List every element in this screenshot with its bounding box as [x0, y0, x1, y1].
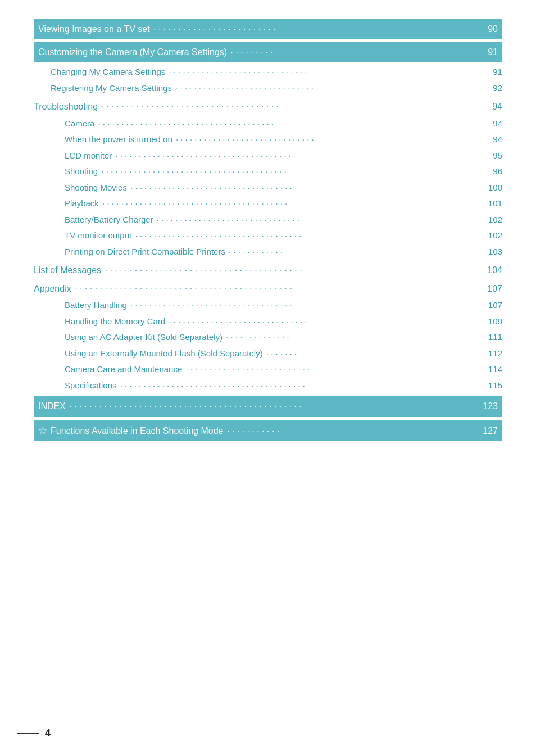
dots: · · · · · · · · · · · · · ·	[224, 330, 487, 345]
page-num: 114	[488, 362, 502, 377]
page-num: 127	[483, 423, 498, 438]
toc-entry-shooting-movies[interactable]: Shooting Movies · · · · · · · · · · · · …	[34, 180, 502, 196]
section-appendix: Appendix · · · · · · · · · · · · · · · ·…	[34, 281, 502, 393]
toc-entry-playback[interactable]: Playback · · · · · · · · · · · · · · · ·…	[34, 196, 502, 211]
dots: · · · · · · · · · · · · · · · · · · · · …	[102, 262, 486, 278]
footer-page-number: 4	[45, 727, 51, 739]
toc-entry-battery-charger[interactable]: Battery/Battery Charger · · · · · · · · …	[34, 212, 502, 228]
entry-text: TV monitor output	[65, 228, 131, 243]
toc-entry-customizing-camera[interactable]: Customizing the Camera (My Camera Settin…	[34, 42, 502, 62]
dots: · · · · · · · · · · · · · · · · · · · · …	[183, 362, 487, 377]
toc-entry-camera-care[interactable]: Camera Care and Maintenance · · · · · · …	[34, 361, 502, 377]
dots: · · · · · · · · · · · · · · · · · · · · …	[96, 116, 492, 131]
entry-text: Camera Care and Maintenance	[65, 362, 182, 377]
entry-text: Battery Handling	[65, 298, 127, 313]
page-num: 94	[493, 116, 502, 131]
entry-text: Printing on Direct Print Compatible Prin…	[65, 245, 225, 259]
page-num: 123	[483, 399, 498, 414]
page-num: 103	[488, 245, 502, 259]
entry-text: Using an Externally Mounted Flash (Sold …	[65, 346, 263, 361]
dots: · · · · · · · · · · · ·	[226, 245, 487, 259]
entry-text: List of Messages	[34, 262, 101, 278]
page-num: 91	[488, 44, 498, 60]
page-num: 107	[488, 298, 502, 313]
dots: · · · · · · · · · · ·	[224, 423, 482, 438]
toc-entry-externally-mounted-flash[interactable]: Using an Externally Mounted Flash (Sold …	[34, 346, 502, 361]
dots: · · · · · · · · · · · · · · · · · · · · …	[173, 81, 492, 96]
dots: · · · · · · · · ·	[228, 44, 487, 60]
toc-entry-appendix[interactable]: Appendix · · · · · · · · · · · · · · · ·…	[34, 281, 502, 296]
toc-entry-tv-monitor-output[interactable]: TV monitor output · · · · · · · · · · · …	[34, 228, 502, 243]
dots: · · · · · · · · · · · · · · · · · · · · …	[113, 148, 492, 163]
dots: · · · · · · ·	[264, 346, 487, 361]
page-num: 90	[488, 21, 498, 37]
entry-text: Camera	[65, 116, 94, 131]
entry-text: Specifications	[65, 378, 117, 393]
page-num: 94	[492, 99, 502, 114]
toc-entry-functions-available[interactable]: ☆ Functions Available in Each Shooting M…	[34, 420, 502, 442]
entry-text: Functions Available in Each Shooting Mod…	[51, 423, 223, 438]
entry-text: Using an AC Adapter Kit (Sold Separately…	[65, 330, 222, 345]
toc-entry-index[interactable]: INDEX · · · · · · · · · · · · · · · · · …	[34, 396, 502, 416]
section-viewing-images: Viewing Images on a TV set · · · · · · ·…	[34, 19, 502, 39]
dots: · · · · · · · · · · · · · · · · · · · · …	[166, 314, 487, 329]
page-num: 115	[488, 378, 502, 393]
page-num: 112	[488, 346, 502, 361]
toc-entry-specifications[interactable]: Specifications · · · · · · · · · · · · ·…	[34, 378, 502, 393]
page-num: 91	[493, 65, 502, 79]
page-num: 109	[488, 314, 502, 329]
toc-entry-list-messages[interactable]: List of Messages · · · · · · · · · · · ·…	[34, 262, 502, 278]
footer-divider	[17, 733, 39, 734]
toc-entry-ac-adapter[interactable]: Using an AC Adapter Kit (Sold Separately…	[34, 329, 502, 345]
toc-entry-changing-my-camera[interactable]: Changing My Camera Settings · · · · · · …	[34, 64, 502, 80]
entry-text: Changing My Camera Settings	[51, 65, 165, 79]
page-num: 111	[488, 330, 502, 345]
toc-entry-power-turned-on[interactable]: When the power is turned on · · · · · · …	[34, 132, 502, 147]
page-num: 107	[487, 281, 502, 296]
toc-entry-viewing-images[interactable]: Viewing Images on a TV set · · · · · · ·…	[34, 19, 502, 39]
toc-entry-troubleshooting[interactable]: Troubleshooting · · · · · · · · · · · · …	[34, 99, 502, 114]
section-functions-available: ☆ Functions Available in Each Shooting M…	[34, 420, 502, 442]
toc-entry-handling-memory-card[interactable]: Handling the Memory Card · · · · · · · ·…	[34, 314, 502, 329]
dots: · · · · · · · · · · · · · · · · · · · · …	[166, 65, 492, 79]
entry-text: Registering My Camera Settings	[51, 81, 172, 96]
toc-entry-camera[interactable]: Camera · · · · · · · · · · · · · · · · ·…	[34, 116, 502, 132]
toc-entry-printing-direct[interactable]: Printing on Direct Print Compatible Prin…	[34, 244, 502, 260]
page-num: 101	[488, 196, 502, 211]
toc-entry-registering-my-camera[interactable]: Registering My Camera Settings · · · · ·…	[34, 80, 502, 96]
page-num: 100	[488, 180, 502, 195]
dots: · · · · · · · · · · · · · · · · · · · · …	[99, 164, 492, 179]
toc-entry-shooting[interactable]: Shooting · · · · · · · · · · · · · · · ·…	[34, 164, 502, 179]
entry-text: Playback	[65, 196, 99, 211]
dots: · · · · · · · · · · · · · · · · · · · · …	[128, 180, 487, 195]
entry-text: Customizing the Camera (My Camera Settin…	[38, 44, 227, 60]
section-list-messages: List of Messages · · · · · · · · · · · ·…	[34, 262, 502, 278]
toc-entry-lcd-monitor[interactable]: LCD monitor · · · · · · · · · · · · · · …	[34, 148, 502, 164]
entry-text: LCD monitor	[65, 148, 112, 163]
toc-entry-battery-handling[interactable]: Battery Handling · · · · · · · · · · · ·…	[34, 297, 502, 313]
page-num: 102	[488, 228, 502, 243]
page-footer: 4	[17, 727, 51, 739]
entry-text: Viewing Images on a TV set	[38, 21, 150, 37]
dots: · · · · · · · · · · · · · · · · · · · · …	[133, 228, 487, 243]
page-num: 95	[493, 148, 502, 163]
dots: · · · · · · · · · · · · · · · · · · · · …	[99, 99, 491, 114]
page-num: 96	[493, 164, 502, 179]
section-index: INDEX · · · · · · · · · · · · · · · · · …	[34, 396, 502, 416]
star-icon: ☆	[38, 422, 47, 440]
entry-text: Handling the Memory Card	[65, 314, 165, 329]
entry-text: Battery/Battery Charger	[65, 212, 153, 227]
entry-text: INDEX	[38, 399, 66, 414]
dots: · · · · · · · · · · · · · · · · · · · · …	[118, 378, 487, 393]
dots: · · · · · · · · · · · · · · · · · · · · …	[155, 212, 487, 227]
page-num: 94	[493, 132, 502, 147]
entry-text: Shooting	[65, 164, 98, 179]
page-num: 92	[493, 81, 502, 96]
dots: · · · · · · · · · · · · · · · · · · · · …	[174, 132, 492, 147]
entry-text: When the power is turned on	[65, 132, 172, 147]
dots: · · · · · · · · · · · · · · · · · · · · …	[67, 399, 482, 414]
dots: · · · · · · · · · · · · · · · · · · · · …	[100, 196, 487, 211]
dots: · · · · · · · · · · · · · · · · · · · · …	[72, 281, 487, 296]
entry-text: Appendix	[34, 281, 71, 296]
dots: · · · · · · · · · · · · · · · · · · · · …	[151, 21, 487, 37]
